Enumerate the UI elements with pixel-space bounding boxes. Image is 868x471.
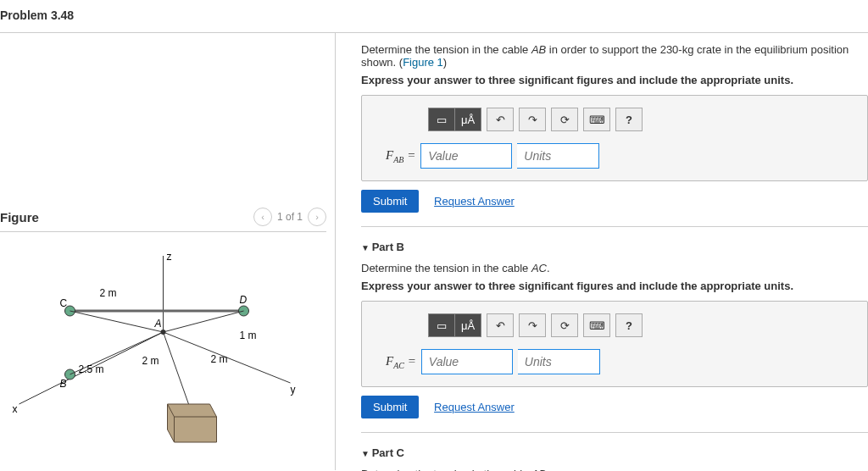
partB-instruction-bold: Express your answer to three significant… — [361, 280, 868, 292]
submit-button-A[interactable]: Submit — [361, 190, 419, 213]
problem-title: Problem 3.48 — [0, 0, 868, 33]
figure-header: Figure — [0, 210, 39, 224]
var-FAB: FAB = — [386, 148, 415, 164]
tool-template-icon[interactable]: ▭ — [428, 313, 455, 337]
undo-icon[interactable]: ↶ — [487, 313, 514, 337]
pt-A: A — [154, 318, 162, 330]
partC-header[interactable]: Part C — [361, 446, 868, 459]
redo-icon[interactable]: ↷ — [519, 108, 546, 131]
undo-icon[interactable]: ↶ — [487, 108, 514, 131]
pt-C: C — [60, 297, 68, 309]
svg-marker-12 — [168, 404, 217, 442]
svg-line-11 — [164, 332, 189, 404]
toolbar-B: ▭ μÅ ↶ ↷ ⟳ ⌨ ? — [428, 313, 852, 337]
partA-instruction: Determine the tension in the cable AB in… — [361, 43, 868, 69]
units-input-A[interactable] — [517, 143, 599, 169]
dim-2m-1: 2 m — [100, 287, 117, 299]
partB-header[interactable]: Part B — [361, 241, 868, 253]
figure-link[interactable]: Figure 1 — [403, 56, 443, 69]
dim-2m-3: 2 m — [211, 353, 228, 365]
dim-1m: 1 m — [240, 330, 257, 341]
reset-icon[interactable]: ⟳ — [551, 313, 578, 337]
request-answer-A[interactable]: Request Answer — [434, 195, 515, 208]
svg-line-8 — [70, 311, 164, 332]
value-input-B[interactable] — [421, 349, 513, 374]
axis-y: y — [291, 384, 296, 396]
reset-icon[interactable]: ⟳ — [551, 108, 578, 131]
pt-D: D — [240, 294, 248, 306]
hint-button[interactable]: ? — [615, 108, 643, 131]
figure-image: z y x C D A B — [0, 247, 326, 459]
left-panel: Figure ‹ 1 of 1 › z y x C D — [0, 33, 336, 470]
keyboard-icon[interactable]: ⌨ — [583, 108, 610, 131]
pager-next-button[interactable]: › — [308, 208, 326, 226]
dim-2m-2: 2 m — [142, 355, 159, 367]
tool-units-icon[interactable]: μÅ — [455, 313, 481, 337]
hint-button[interactable]: ? — [615, 313, 643, 337]
redo-icon[interactable]: ↷ — [519, 313, 546, 337]
pager-text: 1 of 1 — [277, 211, 303, 223]
partB-answer-box: ▭ μÅ ↶ ↷ ⟳ ⌨ ? FAC = — [361, 301, 868, 387]
keyboard-icon[interactable]: ⌨ — [583, 313, 610, 337]
dim-25m: 2.5 m — [79, 363, 104, 375]
axis-x: x — [13, 403, 18, 415]
submit-button-B[interactable]: Submit — [361, 396, 419, 418]
axis-z: z — [167, 251, 172, 263]
tool-units-icon[interactable]: μÅ — [455, 108, 481, 131]
figure-pager: ‹ 1 of 1 › — [253, 208, 326, 226]
var-FAC: FAC = — [386, 354, 416, 370]
tool-template-icon[interactable]: ▭ — [428, 108, 455, 131]
partB-instruction: Determine the tension in the cable AC. — [361, 262, 868, 274]
toolbar-A: ▭ μÅ ↶ ↷ ⟳ ⌨ ? — [428, 108, 852, 131]
partA-answer-box: ▭ μÅ ↶ ↷ ⟳ ⌨ ? FAB = — [361, 95, 868, 181]
right-panel: Determine the tension in the cable AB in… — [336, 33, 868, 470]
partC-instruction: Determine the tension in the cable AD. — [361, 468, 868, 471]
svg-line-9 — [164, 311, 244, 332]
pt-B: B — [60, 378, 67, 390]
value-input-A[interactable] — [420, 143, 512, 169]
units-input-B[interactable] — [518, 349, 600, 374]
request-answer-B[interactable]: Request Answer — [434, 401, 515, 413]
partA-instruction-bold: Express your answer to three significant… — [361, 74, 868, 86]
pager-prev-button[interactable]: ‹ — [253, 208, 272, 226]
